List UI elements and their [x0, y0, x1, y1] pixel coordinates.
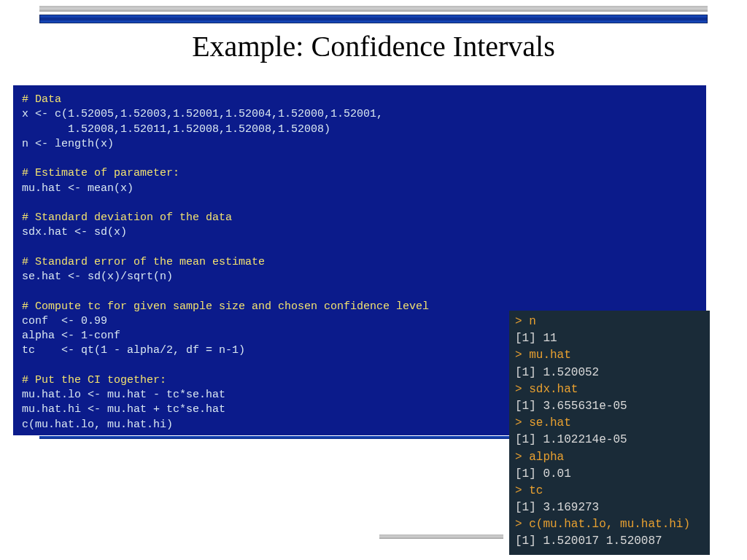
code-comment: # Compute tc for given sample size and c…	[22, 300, 429, 313]
console-prompt: > n	[515, 314, 704, 330]
code-line: mu.hat.hi <- mu.hat + tc*se.hat	[22, 403, 225, 416]
code-line: sdx.hat <- sd(x)	[22, 226, 127, 238]
code-line: se.hat <- sd(x)/sqrt(n)	[22, 271, 173, 283]
console-output: [1] 3.655631e-05	[515, 398, 704, 415]
console-output: [1] 1.520052	[515, 365, 704, 381]
r-console-output: > n [1] 11 > mu.hat [1] 1.520052 > sdx.h…	[509, 311, 710, 555]
console-prompt: > sdx.hat	[515, 381, 704, 398]
code-line: c(mu.hat.lo, mu.hat.hi)	[22, 419, 173, 431]
code-line: tc <- qt(1 - alpha/2, df = n-1)	[22, 344, 245, 357]
console-prompt: > tc	[515, 483, 704, 499]
code-line: x <- c(1.52005,1.52003,1.52001,1.52004,1…	[22, 108, 383, 120]
console-output: [1] 1.102214e-05	[515, 432, 704, 448]
console-output: [1] 3.169273	[515, 499, 704, 516]
console-prompt: > mu.hat	[515, 347, 704, 364]
code-line: mu.hat <- mean(x)	[22, 182, 133, 195]
console-output: [1] 0.01	[515, 466, 704, 483]
console-output: [1] 1.520017 1.520087	[515, 533, 704, 550]
code-line: mu.hat.lo <- mu.hat - tc*se.hat	[22, 389, 225, 401]
code-line: n <- length(x)	[22, 138, 114, 150]
code-line: alpha <- 1-conf	[22, 330, 120, 342]
code-comment: # Standard error of the mean estimate	[22, 256, 265, 268]
console-output: [1] 11	[515, 330, 704, 347]
code-line: 1.52008,1.52011,1.52008,1.52008,1.52008)	[22, 123, 330, 136]
console-prompt: > alpha	[515, 449, 704, 466]
code-comment: # Estimate of parameter:	[22, 167, 179, 179]
page-footer-bar	[379, 534, 503, 539]
code-comment: # Data	[22, 93, 61, 106]
code-comment: # Standard deviation of the data	[22, 211, 232, 224]
top-decorative-bar-blue	[39, 15, 708, 23]
console-prompt: > c(mu.hat.lo, mu.hat.hi)	[515, 516, 704, 533]
slide-title: Example: Confidence Intervals	[0, 29, 747, 63]
code-line: conf <- 0.99	[22, 315, 107, 327]
top-decorative-bar-gray	[39, 6, 708, 12]
code-comment: # Put the CI together:	[22, 374, 166, 386]
console-prompt: > se.hat	[515, 415, 704, 432]
